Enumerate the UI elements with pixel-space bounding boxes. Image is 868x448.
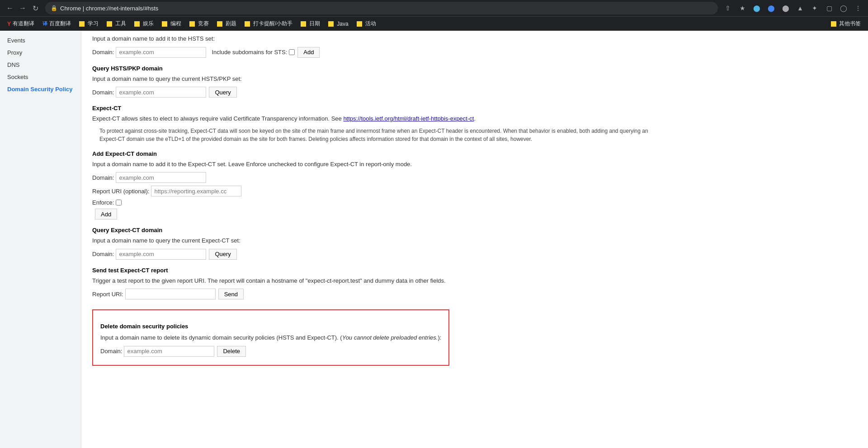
folder-icon	[301, 21, 306, 27]
bookmark-label: 编程	[170, 20, 181, 28]
bookmark-activity[interactable]: 活动	[353, 19, 380, 28]
bookmark-label: 有道翻译	[13, 20, 34, 28]
bookmark-label: 剧题	[226, 20, 236, 28]
bookmark-label: 娱乐	[143, 20, 154, 28]
extension1-button[interactable]: ⬤	[750, 2, 763, 14]
other-bookmarks-label: 其他书签	[839, 20, 861, 27]
expect-ct-title: Expect-CT	[92, 105, 649, 112]
extension5-button[interactable]: ✦	[808, 2, 821, 14]
send-test-desc: Trigger a test report to the given repor…	[92, 276, 649, 285]
bookmark-label: 工具	[115, 20, 126, 28]
bookmark-baidu[interactable]: 译 百度翻译	[39, 19, 75, 28]
send-test-uri-row: Report URI: Send	[92, 289, 649, 299]
bookmark-date[interactable]: 日期	[297, 19, 324, 28]
query-expect-ct-domain-row: Domain: Query	[92, 249, 649, 260]
bookmark-programming[interactable]: 编程	[158, 19, 185, 28]
delete-button[interactable]: Delete	[217, 346, 246, 357]
bookmark-label: 日期	[309, 20, 320, 28]
extension4-button[interactable]: ▲	[794, 2, 807, 14]
hsts-query-desc: Input a domain name to query the current…	[92, 75, 649, 84]
extension2-button[interactable]: ⬤	[765, 2, 778, 14]
folder-icon	[217, 21, 222, 27]
bookmark-label: 学习	[88, 20, 99, 28]
add-expect-ct-domain-label: Domain:	[92, 174, 114, 181]
hsts-add-button[interactable]: Add	[297, 47, 320, 58]
profile-button[interactable]: ◯	[837, 2, 850, 14]
main-container: Events Proxy DNS Sockets Domain Security…	[0, 31, 868, 448]
bookmark-tools[interactable]: 工具	[103, 19, 130, 28]
youdao-icon: Y	[7, 21, 11, 27]
folder-icon	[831, 21, 836, 27]
bookmarks-bar: Y 有道翻译 译 百度翻译 学习 工具 娱乐 编程 竞赛 剧题 打卡提醒/小助手…	[0, 16, 868, 31]
folder-icon	[134, 21, 140, 27]
send-test-uri-label: Report URI:	[92, 291, 123, 298]
hsts-query-button[interactable]: Query	[209, 87, 236, 98]
share-button[interactable]: ⇧	[722, 2, 734, 14]
add-expect-ct-button[interactable]: Add	[95, 209, 117, 219]
query-expect-ct-title: Query Expect-CT domain	[92, 227, 649, 233]
query-expect-ct-domain-label: Domain:	[92, 251, 114, 257]
sidebar: Events Proxy DNS Sockets Domain Security…	[0, 31, 81, 448]
report-uri-input[interactable]	[151, 186, 241, 196]
folder-icon	[357, 21, 362, 27]
sidebar-item-proxy[interactable]: Proxy	[0, 47, 81, 59]
sidebar-item-sockets[interactable]: Sockets	[0, 71, 81, 83]
send-test-button[interactable]: Send	[218, 289, 244, 299]
delete-section-italic: You cannot delete preloaded entries.	[342, 334, 438, 341]
back-button[interactable]: ←	[4, 2, 16, 14]
report-uri-row: Report URI (optional):	[92, 186, 649, 196]
hsts-query-title: Query HSTS/PKP domain	[92, 65, 649, 72]
menu-button[interactable]: ⋮	[852, 2, 864, 14]
bookmark-youdao[interactable]: Y 有道翻译	[4, 19, 38, 28]
content-inner: Input a domain name to add it to the HST…	[81, 31, 660, 384]
query-expect-ct-domain-input[interactable]	[116, 249, 206, 260]
hsts-add-desc: Input a domain name to add it to the HST…	[92, 34, 649, 43]
address-bar[interactable]: 🔒 Chrome | chrome://net-internals/#hsts	[45, 2, 718, 14]
expect-ct-note: To protect against cross-site tracking, …	[99, 127, 649, 143]
bookmark-competition[interactable]: 竞赛	[186, 19, 212, 28]
address-text: Chrome | chrome://net-internals/#hsts	[60, 5, 158, 12]
bookmark-label: 活动	[365, 20, 376, 28]
bookmark-label: 百度翻译	[49, 20, 71, 28]
browser-titlebar: ← → ↻ 🔒 Chrome | chrome://net-internals/…	[0, 0, 868, 16]
query-expect-ct-button[interactable]: Query	[209, 249, 236, 260]
enforce-checkbox[interactable]	[116, 200, 122, 205]
sidebar-item-events[interactable]: Events	[0, 34, 81, 47]
hsts-add-domain-label: Domain:	[92, 49, 114, 56]
delete-section-title: Delete domain security policies	[100, 323, 441, 330]
extension3-button[interactable]: ⬤	[779, 2, 792, 14]
forward-button[interactable]: →	[16, 2, 29, 14]
expect-ct-desc: Expect-CT allows sites to elect to alway…	[92, 114, 649, 123]
other-bookmarks[interactable]: 其他书签	[827, 19, 864, 28]
bookmark-drama[interactable]: 剧题	[213, 19, 240, 28]
bookmark-entertainment[interactable]: 娱乐	[131, 19, 157, 28]
folder-icon	[107, 21, 112, 27]
add-expect-ct-domain-input[interactable]	[116, 172, 206, 183]
enforce-row: Enforce:	[92, 199, 649, 206]
include-subdomains-checkbox[interactable]	[289, 49, 295, 55]
hsts-query-domain-input[interactable]	[116, 87, 206, 98]
lock-icon: 🔒	[51, 5, 57, 11]
expect-ct-link[interactable]: https://tools.ietf.org/html/draft-ietf-h…	[343, 115, 474, 122]
bookmark-java[interactable]: Java	[325, 20, 352, 28]
content-area[interactable]: Input a domain name to add it to the HST…	[81, 31, 868, 448]
delete-section-desc: Input a domain name to delete its dynami…	[100, 333, 441, 342]
bookmark-button[interactable]: ★	[736, 2, 749, 14]
delete-section-box: Delete domain security policies Input a …	[92, 309, 449, 366]
bookmark-study[interactable]: 学习	[75, 19, 102, 28]
folder-icon	[328, 21, 334, 27]
bookmark-checkin[interactable]: 打卡提醒/小助手	[241, 19, 296, 28]
bookmark-label: Java	[337, 21, 348, 27]
delete-domain-input[interactable]	[124, 346, 214, 357]
reload-button[interactable]: ↻	[29, 2, 42, 14]
sidebar-item-domain-security[interactable]: Domain Security Policy	[0, 83, 81, 95]
send-test-uri-input[interactable]	[125, 289, 216, 299]
bookmark-label: 竞赛	[198, 20, 209, 28]
delete-domain-label: Domain:	[100, 348, 122, 355]
folder-icon	[245, 21, 250, 27]
enforce-label: Enforce:	[92, 199, 114, 206]
query-expect-ct-desc: Input a domain name to query the current…	[92, 236, 649, 245]
hsts-add-domain-input[interactable]	[116, 47, 206, 58]
window-button[interactable]: ▢	[823, 2, 835, 14]
sidebar-item-dns[interactable]: DNS	[0, 59, 81, 71]
